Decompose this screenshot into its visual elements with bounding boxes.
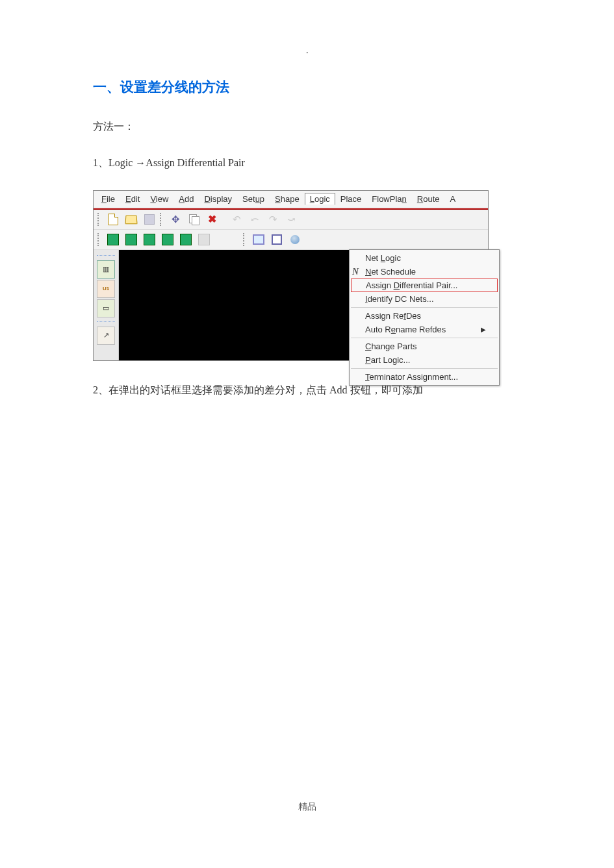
delete-button[interactable]: ✖ xyxy=(204,212,220,227)
ul-autorename: e xyxy=(391,325,396,334)
mode-btn-2[interactable] xyxy=(123,232,139,247)
underline-v: V xyxy=(150,194,155,204)
underline-flowplan: n xyxy=(402,194,407,204)
underline-e: E xyxy=(125,194,131,204)
ul-assignref: f xyxy=(403,311,406,321)
section-title: 一、设置差分线的方法 xyxy=(93,78,522,96)
menu-view[interactable]: View xyxy=(145,193,173,205)
left-toolbar: ▥ U1 ▭ ↗ xyxy=(94,250,119,360)
sheet-button[interactable]: ▥ xyxy=(97,260,115,279)
step1-text: Logic →Assign Differential Pair xyxy=(109,157,245,168)
ul-terminator: T xyxy=(365,372,370,382)
menuitem-identify-dc[interactable]: Identify DC Nets... xyxy=(350,292,499,306)
mode-btn-4[interactable] xyxy=(160,232,175,247)
ul-identdc: I xyxy=(365,294,368,304)
menu-route[interactable]: Route xyxy=(412,193,445,205)
submenu-arrow-icon: ▶ xyxy=(481,326,486,333)
toolbar-row-2 xyxy=(94,230,488,250)
u1-icon-label: U1 xyxy=(103,286,109,291)
menuitem-net-logic[interactable]: Net Logic xyxy=(350,251,499,265)
mode-btn-3[interactable] xyxy=(142,232,157,247)
menu-trailing[interactable]: A xyxy=(445,193,461,205)
rect2-icon xyxy=(272,234,282,245)
menuitem-assign-refdes[interactable]: Assign RefDes xyxy=(350,309,499,323)
open-folder-icon xyxy=(125,215,137,224)
new-file-icon xyxy=(108,214,118,225)
sheet-icon: ▥ xyxy=(103,265,109,273)
copy-icon xyxy=(189,214,198,225)
menu-add[interactable]: Add xyxy=(173,193,199,205)
comp-button[interactable]: ▭ xyxy=(97,299,115,317)
menu-setup[interactable]: Setup xyxy=(237,193,270,205)
menuitem-terminator[interactable]: Terminator Assignment... xyxy=(350,370,499,384)
mode-btn-6[interactable] xyxy=(196,232,212,247)
toolbar-grip-4[interactable] xyxy=(243,233,247,246)
underline-f: F xyxy=(101,194,107,204)
menu-logic[interactable]: Logic xyxy=(305,193,335,205)
redo-button[interactable]: ↷ xyxy=(265,212,281,227)
undo-all-button[interactable]: ⤺ xyxy=(247,212,262,227)
editor-canvas[interactable]: N Net Logic Net Schedule Assign Differen… xyxy=(119,250,488,360)
underline-d: D xyxy=(204,194,210,204)
toolbar-grip[interactable] xyxy=(97,213,101,226)
mode-btn-5[interactable] xyxy=(178,232,194,247)
copy-button[interactable] xyxy=(186,212,201,227)
open-button[interactable] xyxy=(123,212,139,227)
underline-r: R xyxy=(417,194,423,204)
toolbar-grip-3[interactable] xyxy=(97,233,101,246)
menu-edit[interactable]: Edit xyxy=(120,193,145,205)
menu-display[interactable]: Display xyxy=(199,193,237,205)
mode-btn-1[interactable] xyxy=(105,232,121,247)
menu-flowplan[interactable]: FlowPlan xyxy=(366,193,411,205)
comp-icon: ▭ xyxy=(103,304,109,312)
shape-circle-button[interactable] xyxy=(287,232,303,247)
mode3-icon xyxy=(144,234,155,245)
page-footer: 精品 xyxy=(0,801,614,813)
ul-changeparts: C xyxy=(365,341,371,351)
para-step1: 1、Logic →Assign Differential Pair xyxy=(93,153,522,173)
shape-rect1-button[interactable] xyxy=(251,232,266,247)
redo-icon: ↷ xyxy=(269,214,277,225)
undo-button[interactable]: ↶ xyxy=(229,212,244,227)
menuitem-part-logic[interactable]: Part Logic... xyxy=(350,353,499,367)
menu-place[interactable]: Place xyxy=(335,193,367,205)
toolbar-grip-2[interactable] xyxy=(160,213,164,226)
redo-all-icon: ⤻ xyxy=(287,214,296,225)
dropdown-sep-2 xyxy=(351,338,498,338)
pointer-icon: ↗ xyxy=(103,331,109,340)
body-area: ▥ U1 ▭ ↗ N Net Logic Net Schedule Assign… xyxy=(94,250,488,360)
tool-button-4[interactable]: ↗ xyxy=(97,327,115,345)
menuitem-auto-rename[interactable]: Auto Rename Refdes▶ xyxy=(350,323,499,336)
step1-num: 1、 xyxy=(93,157,109,168)
save-button[interactable] xyxy=(142,212,157,227)
ul-assigndiff: D xyxy=(394,280,400,290)
redo-all-button[interactable]: ⤻ xyxy=(283,212,299,227)
dropdown-sep-1 xyxy=(351,307,498,308)
undo-all-icon: ⤺ xyxy=(251,214,259,225)
underline-s: S xyxy=(275,194,281,204)
menu-file[interactable]: File xyxy=(96,193,120,205)
undo-icon: ↶ xyxy=(233,214,241,225)
toolbar-row-1: ✥ ✖ ↶ ⤺ ↷ ⤻ xyxy=(94,210,488,230)
underline-setup: u xyxy=(255,194,260,204)
circle-icon xyxy=(290,235,300,244)
rect1-icon xyxy=(253,234,264,245)
left-sep-2 xyxy=(97,321,115,323)
ul-partlogic: P xyxy=(365,355,371,365)
logic-dropdown-menu: N Net Logic Net Schedule Assign Differen… xyxy=(349,249,500,386)
mode4-icon xyxy=(162,234,173,245)
page-header-dot: . xyxy=(306,45,309,56)
underline-l: L xyxy=(310,194,314,204)
ul-netlogic: L xyxy=(381,253,385,263)
net-schedule-icon: N xyxy=(352,267,359,277)
menuitem-change-parts[interactable]: Change Parts xyxy=(350,340,499,353)
new-button[interactable] xyxy=(105,212,121,227)
move-icon: ✥ xyxy=(172,214,180,225)
menuitem-assign-diff-pair[interactable]: Assign Differential Pair... xyxy=(351,279,498,292)
menuitem-net-schedule[interactable]: Net Schedule xyxy=(350,265,499,279)
move-button[interactable]: ✥ xyxy=(168,212,183,227)
shape-rect2-button[interactable] xyxy=(269,232,285,247)
menu-shape[interactable]: Shape xyxy=(270,193,305,205)
mode6-icon xyxy=(198,234,210,245)
u1-button[interactable]: U1 xyxy=(97,280,115,298)
